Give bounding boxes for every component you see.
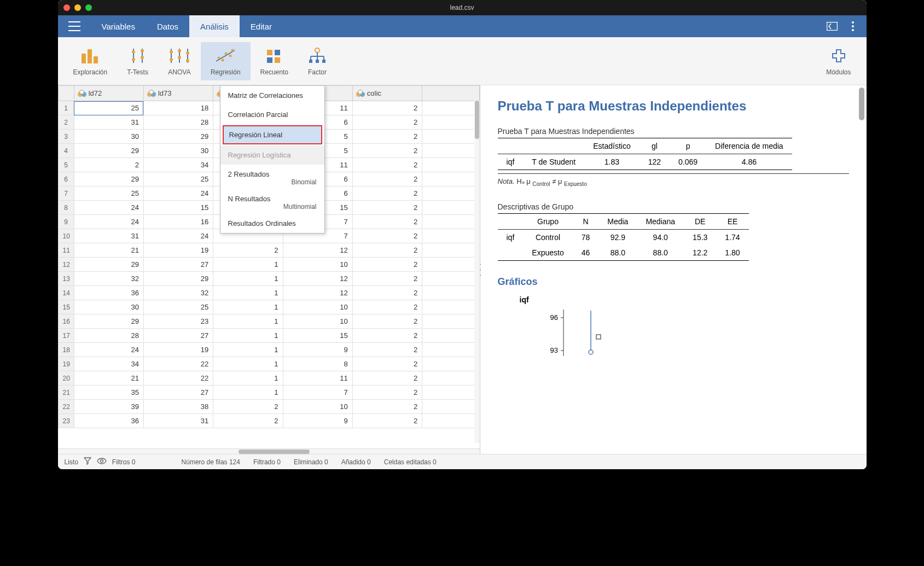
table-cell[interactable]	[422, 272, 479, 286]
close-window-button[interactable]	[63, 4, 70, 11]
col-header-colic[interactable]: colic	[352, 86, 422, 101]
row-number[interactable]: 15	[58, 300, 74, 314]
tool-factor[interactable]: Factor	[298, 42, 336, 80]
table-cell[interactable]: 1	[213, 286, 283, 300]
table-cell[interactable]: 31	[143, 414, 213, 428]
table-cell[interactable]	[422, 101, 479, 115]
table-cell[interactable]: 2	[352, 329, 422, 343]
table-cell[interactable]: 27	[143, 329, 213, 343]
hamburger-menu-button[interactable]	[58, 15, 91, 37]
table-cell[interactable]: 2	[352, 371, 422, 386]
table-cell[interactable]: 2	[352, 186, 422, 201]
row-number[interactable]: 3	[58, 130, 74, 144]
table-cell[interactable]: 7	[283, 386, 352, 400]
row-number[interactable]: 17	[58, 329, 74, 343]
table-cell[interactable]: 2	[352, 229, 422, 243]
row-number[interactable]: 13	[58, 272, 74, 286]
maximize-window-button[interactable]	[85, 4, 92, 11]
col-header-ld72[interactable]: ld72	[74, 86, 143, 101]
table-cell[interactable]: 2	[352, 101, 422, 115]
sheet-vertical-scrollbar[interactable]	[474, 101, 480, 443]
table-cell[interactable]: 25	[74, 101, 143, 115]
menu-editar[interactable]: Editar	[240, 15, 283, 37]
eye-icon[interactable]	[97, 458, 107, 466]
table-cell[interactable]	[422, 329, 479, 343]
table-cell[interactable]: 34	[143, 158, 213, 172]
table-cell[interactable]	[422, 386, 479, 400]
table-cell[interactable]: 22	[143, 357, 213, 371]
table-cell[interactable]	[422, 115, 479, 130]
table-cell[interactable]: 27	[143, 386, 213, 400]
table-cell[interactable]: 29	[74, 258, 143, 272]
table-cell[interactable]: 29	[143, 130, 213, 144]
table-cell[interactable]: 2	[213, 400, 283, 414]
row-number[interactable]: 9	[58, 215, 74, 229]
tool-modulos[interactable]: Módulos	[816, 42, 861, 80]
table-cell[interactable]	[422, 158, 479, 172]
menu-datos[interactable]: Datos	[146, 15, 189, 37]
row-number[interactable]: 2	[58, 115, 74, 130]
row-number[interactable]: 11	[58, 243, 74, 258]
table-cell[interactable]	[422, 130, 479, 144]
table-cell[interactable]: 2	[352, 272, 422, 286]
table-cell[interactable]	[422, 357, 479, 371]
table-cell[interactable]: 29	[143, 272, 213, 286]
tool-anova[interactable]: ANOVA	[158, 42, 201, 80]
corner-cell[interactable]	[58, 86, 74, 101]
table-cell[interactable]	[422, 258, 479, 272]
table-cell[interactable]: 29	[74, 314, 143, 329]
table-cell[interactable]: 12	[283, 286, 352, 300]
table-cell[interactable]	[422, 201, 479, 215]
menu-analisis[interactable]: Análisis	[189, 15, 240, 37]
table-cell[interactable]: 1	[213, 258, 283, 272]
table-cell[interactable]: 1	[213, 272, 283, 286]
table-cell[interactable]: 36	[74, 286, 143, 300]
tool-exploracion[interactable]: Exploración	[63, 42, 118, 80]
table-cell[interactable]: 2	[352, 130, 422, 144]
dd-matriz-correlaciones[interactable]: Matriz de Correlaciones	[220, 86, 324, 105]
table-cell[interactable]: 2	[352, 400, 422, 414]
table-cell[interactable]: 2	[352, 314, 422, 329]
table-cell[interactable]: 31	[74, 229, 143, 243]
table-cell[interactable]: 27	[143, 258, 213, 272]
table-cell[interactable]: 2	[352, 172, 422, 186]
table-cell[interactable]: 15	[143, 201, 213, 215]
table-cell[interactable]: 36	[74, 414, 143, 428]
funnel-icon[interactable]	[84, 457, 91, 466]
table-cell[interactable]: 2	[352, 286, 422, 300]
sheet-horizontal-scrollbar[interactable]	[58, 448, 480, 454]
table-cell[interactable]: 1	[213, 314, 283, 329]
table-cell[interactable]: 9	[283, 343, 352, 357]
table-cell[interactable]	[422, 371, 479, 386]
panel-toggle-icon[interactable]	[824, 18, 840, 34]
row-number[interactable]: 19	[58, 357, 74, 371]
table-cell[interactable]: 1	[213, 329, 283, 343]
table-cell[interactable]: 8	[283, 357, 352, 371]
table-cell[interactable]: 21	[74, 371, 143, 386]
table-cell[interactable]	[422, 144, 479, 158]
table-cell[interactable]: 2	[352, 201, 422, 215]
table-cell[interactable]: 2	[213, 414, 283, 428]
table-cell[interactable]	[422, 343, 479, 357]
table-cell[interactable]: 10	[283, 314, 352, 329]
dd-correlacion-parcial[interactable]: Correlación Parcial	[220, 105, 324, 124]
table-cell[interactable]: 2	[352, 300, 422, 314]
table-cell[interactable]: 25	[74, 186, 143, 201]
row-number[interactable]: 6	[58, 172, 74, 186]
table-cell[interactable]: 11	[283, 371, 352, 386]
row-number[interactable]: 20	[58, 371, 74, 386]
row-number[interactable]: 7	[58, 186, 74, 201]
table-cell[interactable]	[422, 243, 479, 258]
table-cell[interactable]: 38	[143, 400, 213, 414]
table-cell[interactable]: 18	[143, 101, 213, 115]
row-number[interactable]: 22	[58, 400, 74, 414]
table-cell[interactable]: 10	[283, 400, 352, 414]
table-cell[interactable]: 25	[143, 300, 213, 314]
dd-regresion-lineal[interactable]: Regresión Lineal	[223, 125, 322, 144]
table-cell[interactable]	[422, 314, 479, 329]
table-cell[interactable]	[422, 414, 479, 428]
row-number[interactable]: 12	[58, 258, 74, 272]
table-cell[interactable]: 2	[74, 158, 143, 172]
table-cell[interactable]: 22	[143, 371, 213, 386]
table-cell[interactable]: 1	[213, 371, 283, 386]
